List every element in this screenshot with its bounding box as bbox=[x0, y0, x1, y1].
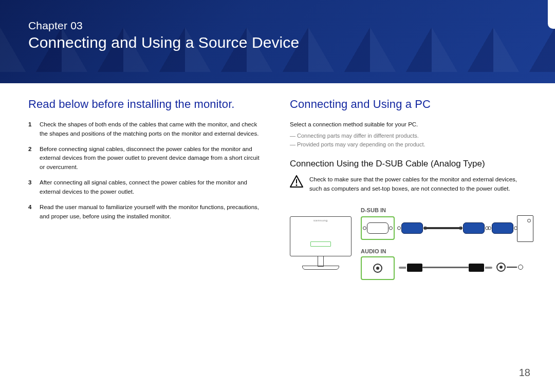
list-item: 3After connecting all signal cables, con… bbox=[28, 178, 265, 197]
step-text: Before connecting signal cables, disconn… bbox=[40, 145, 265, 172]
audio-label: AUDIO IN bbox=[361, 248, 386, 254]
chapter-title: Connecting and Using a Source Device bbox=[28, 34, 527, 51]
list-item: 2Before connecting signal cables, discon… bbox=[28, 145, 265, 172]
audio-port-box bbox=[361, 256, 395, 280]
left-column: Read below before installing the monitor… bbox=[28, 98, 265, 293]
list-item: 4Read the user manual to familiarize you… bbox=[28, 203, 265, 221]
step-number: 2 bbox=[28, 145, 33, 172]
dsub-port-box bbox=[361, 216, 395, 240]
warning-row: Check to make sure that the power cables… bbox=[290, 175, 527, 194]
section-heading-left: Read below before installing the monitor… bbox=[28, 98, 265, 111]
audio-jack-icon bbox=[373, 264, 382, 273]
pc-audio-out-icon bbox=[518, 265, 523, 270]
monitor-stand-base bbox=[302, 266, 339, 270]
page-number: 18 bbox=[519, 367, 530, 379]
warning-text: Check to make sure that the power cables… bbox=[309, 175, 527, 194]
dsub-label: D-SUB IN bbox=[361, 207, 386, 213]
note-text: Connecting parts may differ in different… bbox=[290, 132, 527, 141]
pc-audio-jack-icon bbox=[496, 263, 506, 272]
step-text: Check the shapes of both ends of the cab… bbox=[40, 120, 265, 139]
step-number: 3 bbox=[28, 178, 33, 197]
audio-line bbox=[507, 267, 517, 268]
subsection-heading: Connection Using the D-SUB Cable (Analog… bbox=[290, 159, 527, 169]
connection-diagram: D-SUB IN AUDIO IN bbox=[290, 201, 527, 293]
vga-connector-icon bbox=[399, 216, 425, 240]
right-column: Connecting and Using a PC Select a conne… bbox=[290, 98, 527, 293]
list-item: 1Check the shapes of both ends of the ca… bbox=[28, 120, 265, 139]
audio-cable bbox=[422, 267, 469, 268]
install-steps-list: 1Check the shapes of both ends of the ca… bbox=[28, 120, 265, 221]
section-heading-right: Connecting and Using a PC bbox=[290, 98, 527, 111]
chapter-label: Chapter 03 bbox=[28, 20, 527, 32]
caution-icon bbox=[290, 175, 303, 190]
pc-icon bbox=[517, 215, 533, 242]
step-text: Read the user manual to familiarize your… bbox=[40, 203, 265, 221]
audio-plug-icon bbox=[469, 262, 492, 274]
note-text: Provided ports may vary depending on the… bbox=[290, 140, 527, 150]
monitor-stand-neck bbox=[318, 256, 324, 267]
step-number: 1 bbox=[28, 120, 33, 139]
chapter-banner: Chapter 03 Connecting and Using a Source… bbox=[0, 0, 555, 83]
pc-vga-port-icon bbox=[491, 216, 514, 240]
vga-connector-icon bbox=[460, 216, 487, 240]
vga-port-icon bbox=[367, 222, 388, 234]
audio-plug-icon bbox=[399, 262, 422, 274]
monitor-port-highlight bbox=[310, 241, 331, 247]
dsub-cable bbox=[423, 227, 462, 229]
page-content: Read below before installing the monitor… bbox=[0, 83, 555, 293]
step-text: After connecting all signal cables, conn… bbox=[40, 178, 265, 197]
step-number: 4 bbox=[28, 203, 33, 221]
intro-text: Select a connection method suitable for … bbox=[290, 120, 527, 129]
svg-point-2 bbox=[296, 184, 298, 186]
monitor-icon bbox=[290, 216, 351, 256]
